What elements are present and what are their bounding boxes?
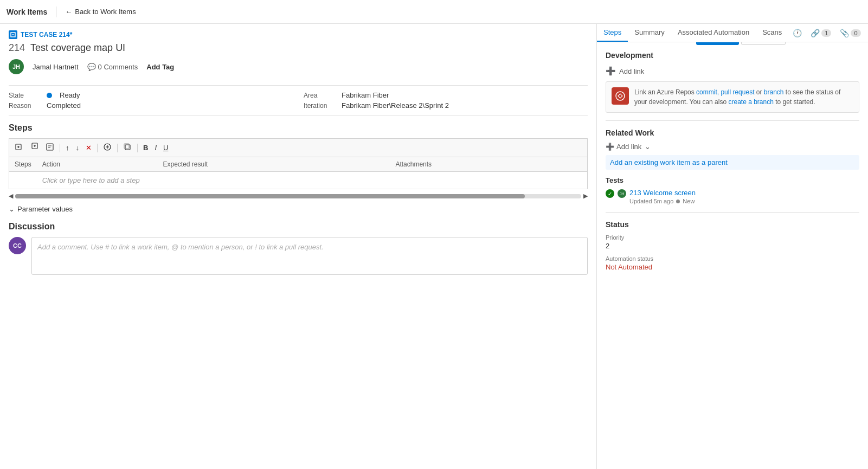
priority-field: Priority 2 bbox=[606, 234, 859, 250]
parameter-values-row[interactable]: ⌄ Parameter values bbox=[9, 205, 588, 213]
italic-button[interactable]: I bbox=[152, 142, 159, 153]
scroll-left-arrow[interactable]: ◀ bbox=[9, 192, 13, 200]
related-work-heading: Related Work bbox=[606, 129, 859, 137]
test-assignee-avatar: JH bbox=[618, 189, 626, 198]
edit-step-button[interactable] bbox=[43, 141, 57, 155]
reason-value[interactable]: Completed bbox=[47, 101, 81, 110]
nav-divider bbox=[56, 7, 56, 17]
test-status-dot bbox=[676, 200, 680, 203]
top-nav: Work Items ← Back to Work Items bbox=[0, 0, 868, 24]
copy-button[interactable] bbox=[120, 141, 134, 155]
automation-status-field: Automation status Not Automated bbox=[606, 255, 859, 271]
development-heading: Development bbox=[606, 51, 859, 60]
state-dot bbox=[47, 93, 52, 98]
related-work-add-link[interactable]: ➕ Add link ⌄ bbox=[606, 143, 859, 151]
add-step-cell[interactable]: Click or type here to add a step bbox=[37, 172, 588, 189]
test-updated: Updated 5m ago bbox=[629, 198, 673, 204]
fields-row: State Ready Area Fabrikam Fiber Reason C… bbox=[9, 85, 588, 115]
priority-label: Priority bbox=[606, 234, 859, 241]
scroll-track[interactable] bbox=[15, 194, 581, 198]
tab-attachments-icon[interactable]: 📎 0 bbox=[835, 25, 865, 41]
work-item-title[interactable]: Test coverage map UI bbox=[30, 42, 125, 54]
content-wrapper: TEST CASE 214* 214 Test coverage map UI … bbox=[0, 24, 868, 469]
steps-table: Steps Action Expected result Attachments… bbox=[9, 157, 588, 189]
svg-rect-14 bbox=[125, 145, 130, 150]
tab-links-icon[interactable]: 🔗 1 bbox=[806, 25, 835, 41]
links-badge: 1 bbox=[821, 29, 831, 37]
test-check-icon: ✓ bbox=[606, 189, 614, 198]
branch-link[interactable]: branch bbox=[764, 88, 784, 96]
automation-status-label: Automation status bbox=[606, 255, 859, 262]
work-item-id: 214 bbox=[9, 42, 25, 54]
attachments-badge: 0 bbox=[851, 29, 860, 37]
area-value[interactable]: Fabrikam Fiber bbox=[342, 91, 389, 99]
reason-field: Reason Completed bbox=[9, 101, 293, 110]
section-divider-2 bbox=[606, 212, 859, 213]
link-icon: 🔗 bbox=[811, 29, 820, 37]
tests-heading: Tests bbox=[606, 176, 859, 184]
pull-request-link[interactable]: pull request bbox=[721, 88, 754, 96]
scroll-thumb bbox=[15, 194, 525, 198]
svg-point-16 bbox=[616, 92, 625, 100]
tab-summary[interactable]: Summary bbox=[628, 24, 671, 42]
scroll-right-arrow[interactable]: ▶ bbox=[583, 192, 588, 200]
horizontal-scrollbar[interactable]: ◀ ▶ bbox=[9, 192, 588, 200]
tab-steps[interactable]: Steps bbox=[597, 24, 628, 42]
delete-step-button[interactable]: ✕ bbox=[83, 142, 94, 153]
bold-button[interactable]: B bbox=[140, 142, 151, 153]
create-branch-link[interactable]: create a branch bbox=[728, 98, 773, 106]
test-name: Welcome screen bbox=[643, 189, 696, 197]
toolbar-sep-1 bbox=[60, 144, 60, 152]
title-row: 214 Test coverage map UI bbox=[9, 42, 588, 54]
steps-toolbar: ↑ ↓ ✕ B I U bbox=[9, 138, 588, 157]
commit-link[interactable]: commit, bbox=[696, 88, 719, 96]
add-step-row[interactable]: Click or type here to add a step bbox=[9, 172, 588, 189]
automation-status-value[interactable]: Not Automated bbox=[606, 263, 859, 271]
iteration-label: Iteration bbox=[304, 102, 336, 110]
meta-row: JH Jamal Hartnett 💬 0 Comments Add Tag bbox=[9, 59, 588, 74]
expected-result-col-header: Expected result bbox=[157, 157, 390, 172]
step-number-cell bbox=[9, 172, 37, 189]
priority-value[interactable]: 2 bbox=[606, 242, 859, 250]
tab-associated-automation[interactable]: Associated Automation bbox=[671, 24, 756, 42]
comment-input[interactable]: Add a comment. Use # to link a work item… bbox=[31, 237, 588, 275]
dev-add-link-text[interactable]: Add link bbox=[619, 67, 644, 75]
iteration-field: Iteration Fabrikam Fiber\Release 2\Sprin… bbox=[304, 101, 588, 110]
tab-history-icon[interactable]: 🕐 bbox=[788, 25, 806, 41]
move-down-button[interactable]: ↓ bbox=[73, 142, 82, 153]
area-label: Area bbox=[304, 92, 336, 99]
main-panel: TEST CASE 214* 214 Test coverage map UI … bbox=[0, 24, 597, 469]
comment-row: CC Add a comment. Use # to link a work i… bbox=[9, 237, 588, 275]
right-panel-content: Development ➕ Add link Link an Azure Rep… bbox=[597, 42, 868, 469]
add-parent-link[interactable]: Add an existing work item as a parent bbox=[606, 155, 859, 170]
reason-label: Reason bbox=[9, 102, 41, 110]
test-link[interactable]: 213 Welcome screen bbox=[629, 189, 696, 197]
back-to-work-items-link[interactable]: ← Back to Work Items bbox=[65, 8, 136, 16]
state-label: State bbox=[9, 92, 41, 99]
test-id: 213 bbox=[629, 189, 641, 197]
comment-icon: 💬 bbox=[87, 63, 96, 71]
add-tag-button[interactable]: Add Tag bbox=[146, 63, 174, 71]
iteration-value[interactable]: Fabrikam Fiber\Release 2\Sprint 2 bbox=[342, 101, 449, 110]
comments-link[interactable]: 💬 0 Comments bbox=[87, 63, 138, 71]
svg-rect-15 bbox=[124, 144, 129, 149]
add-step-button[interactable] bbox=[12, 141, 27, 155]
assignee-name[interactable]: Jamal Hartnett bbox=[33, 63, 79, 71]
add-action-step-button[interactable] bbox=[28, 141, 42, 155]
nav-work-items-title: Work Items bbox=[7, 8, 47, 16]
discussion-title: Discussion bbox=[9, 222, 588, 232]
underline-button[interactable]: U bbox=[160, 142, 171, 153]
comment-avatar: CC bbox=[9, 237, 26, 254]
attachments-col-header: Attachments bbox=[390, 157, 587, 172]
tab-scans[interactable]: Scans bbox=[756, 24, 788, 42]
add-link-icon: ➕ bbox=[606, 66, 616, 76]
state-value[interactable]: Ready bbox=[60, 91, 80, 99]
steps-col-header: Steps bbox=[9, 157, 37, 172]
status-section: Status Priority 2 Automation status Not … bbox=[606, 220, 859, 271]
insert-shared-steps-button[interactable] bbox=[100, 141, 114, 155]
move-up-button[interactable]: ↑ bbox=[63, 142, 72, 153]
dev-text: Link an Azure Repos commit, pull request… bbox=[634, 87, 853, 107]
area-field: Area Fabrikam Fiber bbox=[304, 91, 588, 99]
section-divider-1 bbox=[606, 120, 859, 121]
toolbar-sep-3 bbox=[117, 144, 118, 152]
